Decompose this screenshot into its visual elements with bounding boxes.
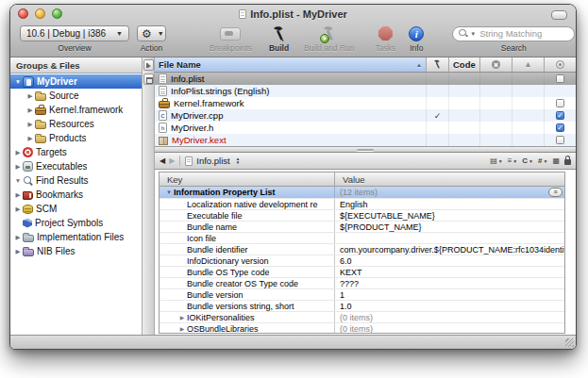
plist-value-cell[interactable]: 6.0	[335, 255, 564, 266]
plist-value-cell[interactable]: ${EXECUTABLE_NAME}	[335, 210, 564, 221]
plist-row-bundle-name[interactable]: Bundle name${PRODUCT_NAME}	[160, 221, 564, 232]
target-membership-checkbox[interactable]: ✓	[556, 123, 564, 132]
included-files-button[interactable]	[552, 156, 560, 165]
plist-value-cell[interactable]: (0 items)	[335, 312, 564, 322]
plist-row-bundle-version[interactable]: Bundle version1	[160, 288, 564, 300]
plist-value-cell[interactable]: (0 items)	[335, 323, 564, 334]
function-menu-button[interactable]: ▼	[538, 156, 547, 165]
plist-row-infodictionary-version[interactable]: InfoDictionary version6.0	[160, 255, 564, 266]
plist-row-bundle-versions-string-short[interactable]: Bundle versions string, short1.0	[160, 300, 564, 311]
plist-row-iokitpersonalities[interactable]: ▶IOKitPersonalities(0 items)	[160, 311, 564, 322]
column-header-errors[interactable]: ✕	[480, 58, 512, 73]
plist-value-cell[interactable]: 1	[335, 289, 564, 300]
column-header-value[interactable]: Value	[335, 173, 564, 187]
plist-row-bundle-identifier[interactable]: Bundle identifiercom.yourcompany.driver.…	[160, 243, 564, 255]
toolbar-toggle-button[interactable]	[551, 10, 567, 20]
sidebar-item-implementation-files[interactable]: ▶Implementation Files	[10, 230, 142, 244]
sidebar-item-targets[interactable]: ▶Targets	[10, 145, 142, 159]
class-menu-button[interactable]: ▼	[522, 156, 533, 165]
title-bar[interactable]: Info.plist - MyDriver	[10, 5, 576, 24]
plist-value-cell[interactable]: English	[335, 199, 564, 209]
disclosure-closed-icon[interactable]: ▶	[13, 202, 23, 216]
disclosure-open-icon[interactable]: ▼	[13, 74, 23, 89]
horizontal-splitter[interactable]	[155, 146, 576, 153]
minimize-button[interactable]	[35, 8, 45, 19]
column-header-key[interactable]: Key	[160, 173, 335, 187]
target-membership-checkbox[interactable]	[556, 99, 564, 107]
sidebar-item-resources[interactable]: ▶Resources	[10, 117, 142, 131]
sidebar-item-bookmarks[interactable]: ▶Bookmarks	[10, 188, 142, 202]
close-button[interactable]	[18, 8, 28, 19]
plist-value-cell[interactable]: (12 items)	[335, 187, 564, 198]
sidebar-item-project-symbols[interactable]: Project Symbols	[10, 216, 142, 230]
plist-row-bundle-creator-os-type-code[interactable]: Bundle creator OS Type code????	[160, 277, 564, 288]
back-button[interactable]: ◀	[160, 154, 165, 168]
disclosure-open-icon[interactable]: ▼	[164, 189, 174, 195]
current-file-popup[interactable]: Info.plist	[196, 156, 229, 166]
file-row-info-plist[interactable]: Info.plist	[155, 73, 576, 85]
sidebar-item-executables[interactable]: ▶Executables	[10, 159, 142, 173]
row-action-menu-button[interactable]: ≡	[548, 188, 563, 197]
collapse-sidebar-button[interactable]	[143, 59, 154, 71]
sidebar-item-products[interactable]: ▶Products	[10, 131, 142, 145]
build-button[interactable]: Build	[269, 25, 289, 53]
sidebar-item-kernel-framework[interactable]: ▶Kernel.framework	[10, 103, 142, 117]
disclosure-closed-icon[interactable]: ▶	[13, 159, 23, 173]
file-row-mydriver-h[interactable]: MyDriver.h✓	[155, 122, 576, 134]
sidebar-item-nib-files[interactable]: ▶NIB Files	[10, 244, 142, 258]
target-membership-checkbox[interactable]: ✓	[556, 111, 564, 120]
column-header-code[interactable]: Code	[449, 58, 480, 73]
target-membership-checkbox[interactable]	[556, 74, 564, 83]
sidebar-item-mydriver[interactable]: ▼MyDriver	[10, 74, 142, 89]
file-row-kernel-framework[interactable]: Kernel.framework	[155, 97, 576, 109]
breakpoints-button[interactable]: Breakpoints	[210, 25, 252, 53]
file-row-mydriver-cpp[interactable]: MyDriver.cpp✓✓	[155, 109, 576, 122]
plist-row-localization-native-development-re[interactable]: Localization native development reEnglis…	[160, 198, 564, 209]
plist-value-cell[interactable]: 1.0	[335, 301, 564, 311]
search-input[interactable]: ▼ String Matching	[452, 26, 575, 41]
disclosure-closed-icon[interactable]: ▶	[25, 89, 35, 103]
disclosure-closed-icon[interactable]: ▶	[13, 244, 23, 258]
overview-popup[interactable]: 10.6 | Debug | i386 ▼ Overview	[20, 25, 129, 53]
file-row-infoplist-strings-english[interactable]: InfoPlist.strings (English)	[155, 85, 576, 97]
file-row-mydriver-kext[interactable]: MyDriver.kext	[155, 134, 576, 146]
disclosure-closed-icon[interactable]: ▶	[177, 325, 187, 332]
breakpoints-menu-button[interactable]: ▼	[508, 156, 518, 165]
sidebar-item-scm[interactable]: ▶SCM	[10, 202, 142, 216]
plist-row-information-property-list[interactable]: ▼Information Property List(12 items)≡	[160, 187, 564, 198]
sidebar-item-source[interactable]: ▶Source	[10, 89, 142, 103]
plist-value-cell[interactable]: ????	[335, 278, 564, 288]
disclosure-closed-icon[interactable]: ▶	[25, 117, 35, 131]
lock-icon[interactable]	[564, 159, 571, 165]
resize-grip[interactable]	[565, 338, 574, 347]
column-header-file-name[interactable]: File Name ▲	[155, 58, 427, 73]
column-header-target-membership[interactable]	[545, 58, 576, 73]
pane-splitter-strip[interactable]	[143, 58, 155, 335]
disclosure-closed-icon[interactable]: ▶	[177, 314, 187, 320]
plist-row-osbundlelibraries[interactable]: ▶OSBundleLibraries(0 items)	[160, 322, 564, 334]
split-editor-button[interactable]	[143, 74, 154, 85]
target-membership-checkbox[interactable]	[556, 136, 564, 144]
disclosure-open-icon[interactable]: ▼	[13, 173, 23, 188]
build-and-run-button[interactable]: Build and Run	[304, 25, 354, 53]
zoom-button[interactable]	[52, 8, 62, 19]
column-header-warnings[interactable]: ▲	[512, 58, 545, 73]
plist-value-cell[interactable]: KEXT	[335, 267, 564, 277]
disclosure-closed-icon[interactable]: ▶	[13, 230, 23, 244]
plist-value-cell[interactable]: com.yourcompany.driver.${PRODUCT_NAME:rf…	[335, 244, 564, 255]
action-popup[interactable]: ⚙ ▼ Action	[137, 25, 166, 53]
disclosure-closed-icon[interactable]: ▶	[25, 103, 35, 117]
disclosure-closed-icon[interactable]: ▶	[25, 131, 35, 145]
plist-value-cell[interactable]	[335, 233, 564, 243]
plist-row-icon-file[interactable]: Icon file	[160, 232, 564, 243]
plist-value-cell[interactable]: ${PRODUCT_NAME}	[335, 222, 564, 232]
info-button[interactable]: i Info	[409, 25, 424, 53]
plist-row-bundle-os-type-code[interactable]: Bundle OS Type codeKEXT	[160, 266, 564, 277]
tasks-button[interactable]: Tasks	[376, 25, 396, 53]
bookmarks-menu-button[interactable]: ▼	[490, 156, 503, 165]
column-header-build-status[interactable]	[427, 58, 449, 73]
sidebar-item-find-results[interactable]: ▼Find Results	[10, 173, 142, 188]
disclosure-closed-icon[interactable]: ▶	[13, 145, 23, 159]
disclosure-closed-icon[interactable]: ▶	[13, 188, 23, 202]
forward-button[interactable]: ▶	[169, 154, 175, 168]
